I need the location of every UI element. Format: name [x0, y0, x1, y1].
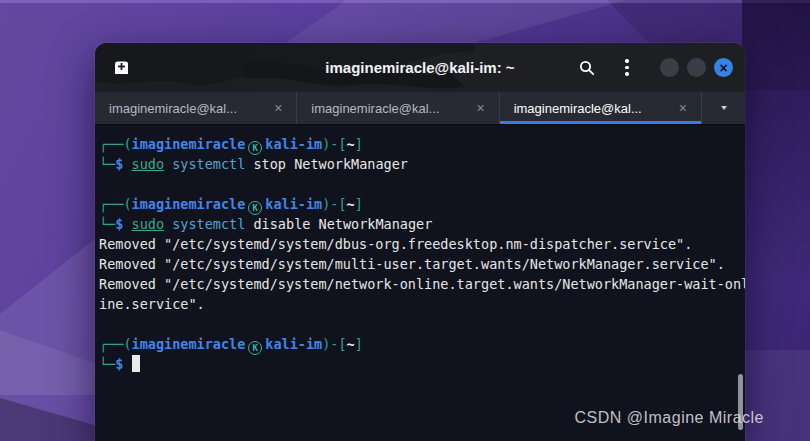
tab-close-icon[interactable]: × [472, 100, 488, 116]
kali-dragon-watermark [95, 43, 475, 92]
wallpaper-facet [744, 350, 810, 441]
headerbar-actions: × [574, 55, 733, 81]
csdn-watermark: CSDN @Imagine Miracle [575, 409, 764, 427]
wallpaper-facet [0, 330, 110, 441]
kali-at-icon: K [248, 341, 262, 355]
close-button[interactable]: × [714, 58, 733, 77]
tab-label: imaginemiracle@kal... [109, 101, 270, 116]
terminal-line: Removed "/etc/systemd/system/multi-user.… [99, 254, 739, 274]
new-tab-icon [113, 60, 130, 75]
window-controls: × [660, 58, 733, 77]
tab-close-icon[interactable]: × [675, 100, 691, 116]
search-button[interactable] [574, 55, 600, 81]
terminal-line: ┌──(imaginemiracleKkali-im)-[~] [99, 334, 739, 354]
search-icon [579, 60, 595, 76]
maximize-button[interactable] [687, 58, 706, 77]
tab-bar: imaginemiracle@kal... × imaginemiracle@k… [95, 92, 745, 125]
terminal-line: └─$ sudo systemctl stop NetworkManager [99, 154, 739, 174]
terminal-window: imaginemiracle@kali-im: ~ × imagine [95, 43, 745, 441]
wallpaper-facet [742, 0, 810, 280]
kebab-menu-icon [625, 59, 629, 76]
block-cursor [132, 355, 140, 372]
kali-at-icon: K [248, 141, 262, 155]
tab-1[interactable]: imaginemiracle@kal... × [95, 92, 297, 124]
terminal-line: ┌──(imaginemiracleKkali-im)-[~] [99, 194, 739, 214]
terminal-line [99, 174, 739, 194]
terminal-line: ine.service". [99, 294, 739, 314]
wallpaper-top-highlight [0, 0, 810, 3]
terminal-line: Removed "/etc/systemd/system/network-onl… [99, 274, 739, 294]
kali-at-icon: K [248, 201, 262, 215]
headerbar: imaginemiracle@kali-im: ~ × [95, 43, 745, 92]
tab-close-icon[interactable]: × [270, 100, 286, 116]
terminal-line: Removed "/etc/systemd/system/dbus-org.fr… [99, 234, 739, 254]
tab-label: imaginemiracle@kal... [311, 101, 472, 116]
terminal-line: └─$ sudo systemctl disable NetworkManage… [99, 214, 739, 234]
terminal-line: ┌──(imaginemiracleKkali-im)-[~] [99, 134, 739, 154]
close-icon: × [719, 61, 727, 75]
terminal-line: └─$ [99, 354, 739, 374]
tab-3[interactable]: imaginemiracle@kal... × [500, 92, 702, 124]
terminal-line [99, 314, 739, 334]
tab-2[interactable]: imaginemiracle@kal... × [297, 92, 499, 124]
chevron-down-icon: ▼ [719, 104, 729, 112]
tab-label: imaginemiracle@kal... [514, 101, 675, 116]
terminal-screen[interactable]: ┌──(imaginemiracleKkali-im)-[~]└─$ sudo … [95, 126, 745, 441]
menu-button[interactable] [614, 55, 640, 81]
new-tab-button[interactable] [107, 54, 135, 82]
minimize-button[interactable] [660, 58, 679, 77]
tab-list-dropdown-button[interactable]: ▼ [702, 92, 745, 124]
